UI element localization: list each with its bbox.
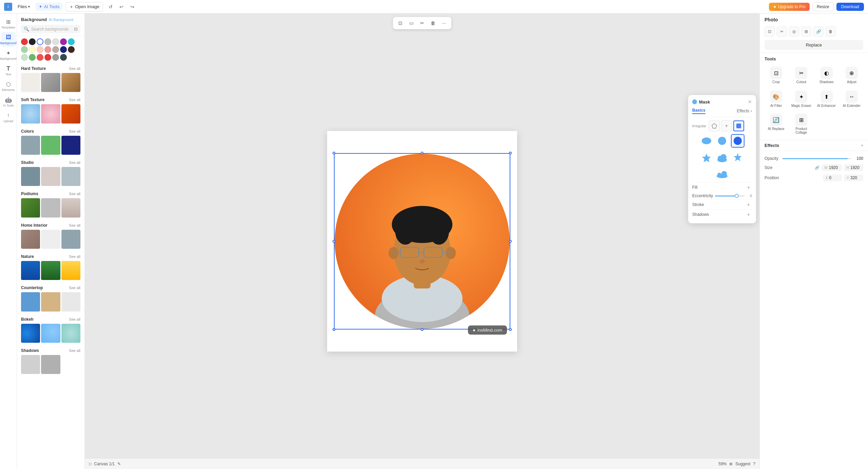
more-tool[interactable]: ··· bbox=[439, 18, 449, 28]
circle-opt-oval[interactable] bbox=[700, 134, 713, 148]
tool-ai-filter[interactable]: 🎨 AI Filter bbox=[765, 89, 788, 110]
thumb-bok-1[interactable] bbox=[21, 324, 40, 343]
tool-adjust[interactable]: ⊕ Adjust bbox=[840, 65, 863, 86]
see-all-home-interior[interactable]: See all bbox=[69, 223, 80, 227]
thumb-hi-3[interactable] bbox=[61, 230, 80, 249]
thumb-stu-2[interactable] bbox=[41, 167, 60, 186]
toolbar-icon-4[interactable]: ⊞ bbox=[801, 26, 811, 37]
color-swatch-gray1[interactable] bbox=[44, 38, 51, 45]
color-swatch-green2[interactable] bbox=[29, 54, 36, 61]
transform-tool[interactable]: ⊡ bbox=[396, 18, 405, 28]
color-swatch-yellow[interactable] bbox=[29, 46, 36, 53]
tool-ai-enhancer[interactable]: ⬆ AI Enhancer bbox=[815, 89, 838, 110]
color-swatch-purple[interactable] bbox=[60, 38, 67, 45]
toolbar-icon-5[interactable]: 🔗 bbox=[813, 26, 824, 37]
sidebar-item-upload[interactable]: ↑ Upload bbox=[1, 110, 16, 125]
ai-tools-button[interactable]: ✦ AI Tools bbox=[35, 3, 63, 11]
color-swatch-gray3[interactable] bbox=[52, 54, 59, 61]
thumb-ctr-2[interactable] bbox=[41, 292, 60, 311]
tool-cutout[interactable]: ✂ Cutout bbox=[790, 65, 813, 86]
toolbar-icon-2[interactable]: ✂ bbox=[777, 26, 787, 37]
search-input[interactable] bbox=[31, 27, 72, 32]
help-icon[interactable]: ? bbox=[753, 462, 755, 466]
thumb-stu-1[interactable] bbox=[21, 167, 40, 186]
shape-cloud2[interactable] bbox=[715, 167, 729, 180]
fill-add-button[interactable]: + bbox=[745, 184, 752, 191]
color-swatch-gray2[interactable] bbox=[52, 38, 59, 45]
thumb-st-1[interactable] bbox=[21, 104, 40, 123]
thumb-pod-3[interactable] bbox=[61, 198, 80, 217]
mask-close-button[interactable]: ✕ bbox=[748, 99, 752, 105]
color-swatch-red2[interactable] bbox=[44, 54, 51, 61]
thumb-shd-2[interactable] bbox=[41, 355, 60, 374]
color-swatch-brown1[interactable] bbox=[52, 46, 59, 53]
tool-ai-extender[interactable]: ↔ AI Extender bbox=[840, 89, 863, 110]
handle-br[interactable] bbox=[509, 328, 512, 331]
handle-lm[interactable] bbox=[333, 240, 335, 243]
download-button[interactable]: Download bbox=[836, 3, 864, 11]
shape-btn-1[interactable] bbox=[709, 120, 720, 131]
filter-icon[interactable]: ⊟ bbox=[74, 26, 78, 32]
toolbar-icon-1[interactable]: ⊡ bbox=[765, 26, 775, 37]
redo-button[interactable]: ↪ bbox=[128, 2, 137, 12]
sidebar-item-templates[interactable]: ⊞ Templates bbox=[1, 16, 16, 31]
thumb-ctr-3[interactable] bbox=[61, 292, 80, 311]
thumb-hi-1[interactable] bbox=[21, 230, 40, 249]
see-all-bokeh[interactable]: See all bbox=[69, 317, 80, 321]
eccentricity-thumb[interactable] bbox=[735, 194, 739, 198]
undo-button[interactable]: ↺ bbox=[106, 2, 115, 12]
handle-bl[interactable] bbox=[333, 328, 335, 331]
thumb-ctr-1[interactable] bbox=[21, 292, 40, 311]
see-all-shadows[interactable]: See all bbox=[69, 349, 80, 353]
color-swatch-red[interactable] bbox=[21, 38, 28, 45]
position-y-input[interactable]: Y 320 bbox=[844, 174, 863, 181]
thumb-ht-2[interactable] bbox=[41, 73, 60, 92]
sidebar-item-ai-background[interactable]: ✦ Background bbox=[1, 48, 16, 62]
position-x-input[interactable]: X 0 bbox=[823, 174, 842, 181]
thumb-stu-3[interactable] bbox=[61, 167, 80, 186]
thumb-col-1[interactable] bbox=[21, 136, 40, 155]
see-all-podiums[interactable]: See all bbox=[69, 192, 80, 196]
color-swatch-dark[interactable] bbox=[60, 54, 67, 61]
mask-tab-effects[interactable]: Effects › bbox=[737, 108, 752, 114]
thumb-nat-2[interactable] bbox=[41, 261, 60, 280]
color-swatch-orange[interactable] bbox=[37, 54, 43, 61]
color-swatch-peach[interactable] bbox=[37, 46, 43, 53]
color-swatch-navy[interactable] bbox=[60, 46, 67, 53]
circle-opt-selected[interactable] bbox=[731, 134, 744, 148]
see-all-colors[interactable]: See all bbox=[69, 129, 80, 133]
tool-ai-replace[interactable]: 🔄 AI Replace bbox=[765, 112, 788, 136]
upgrade-button[interactable]: ★ Upgrade to Pro bbox=[769, 3, 810, 11]
shape-btn-plus[interactable]: + bbox=[721, 120, 732, 131]
toolbar-icon-3[interactable]: ◎ bbox=[789, 26, 799, 37]
sidebar-item-text[interactable]: T Text bbox=[1, 63, 16, 78]
color-swatch-white[interactable] bbox=[37, 38, 43, 45]
handle-tl[interactable] bbox=[333, 152, 335, 154]
stroke-add-button[interactable]: + bbox=[745, 201, 752, 208]
sidebar-item-ai-tools[interactable]: 🤖 AI Tools bbox=[1, 94, 16, 109]
open-image-button[interactable]: ＋ Open Image bbox=[65, 2, 103, 12]
handle-tm[interactable] bbox=[421, 152, 423, 154]
see-all-hard-texture[interactable]: See all bbox=[69, 67, 80, 71]
see-all-countertop[interactable]: See all bbox=[69, 286, 80, 290]
canvas-edit-icon[interactable]: ✎ bbox=[117, 462, 121, 466]
thumb-st-3[interactable] bbox=[61, 104, 80, 123]
thumb-pod-2[interactable] bbox=[41, 198, 60, 217]
rectangle-tool[interactable]: ▭ bbox=[407, 18, 416, 28]
thumb-shd-1[interactable] bbox=[21, 355, 40, 374]
tool-shadows[interactable]: ◐ Shadows bbox=[815, 65, 838, 86]
thumb-bok-2[interactable] bbox=[41, 324, 60, 343]
thumb-bok-3[interactable] bbox=[61, 324, 80, 343]
see-all-studio[interactable]: See all bbox=[69, 161, 80, 165]
mask-tab-basics[interactable]: Basics bbox=[692, 108, 705, 114]
color-swatch-lightgreen[interactable] bbox=[21, 54, 28, 61]
trash-tool[interactable]: 🗑 bbox=[428, 18, 438, 28]
handle-tr[interactable] bbox=[509, 152, 512, 154]
scissors-tool[interactable]: ✂ bbox=[417, 18, 427, 28]
handle-bm[interactable] bbox=[421, 328, 423, 331]
thumb-col-3[interactable] bbox=[61, 136, 80, 155]
undo2-button[interactable]: ↩ bbox=[117, 2, 126, 12]
color-swatch-pink[interactable] bbox=[44, 46, 51, 53]
toolbar-icon-6[interactable]: 🗑 bbox=[826, 26, 836, 37]
handle-rm[interactable] bbox=[509, 240, 512, 243]
